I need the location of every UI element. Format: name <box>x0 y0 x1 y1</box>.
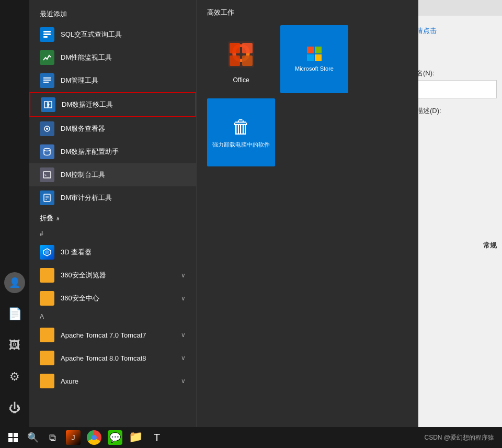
settings-icon-btn[interactable]: ⚙ <box>4 366 25 387</box>
documents-icon-btn[interactable]: 📄 <box>4 304 25 324</box>
start-button[interactable] <box>3 427 24 448</box>
taskbar-typora[interactable]: T <box>146 427 167 448</box>
search-button[interactable]: 🔍 <box>24 429 42 447</box>
svg-rect-24 <box>242 55 253 66</box>
alpha-a: A <box>29 310 196 323</box>
recently-added-title: 最近添加 <box>29 5 196 23</box>
power-icon: ⏻ <box>9 401 20 415</box>
3d-viewer-icon <box>40 245 54 260</box>
apache7-icon <box>40 328 54 342</box>
document-icon: 📄 <box>8 307 22 321</box>
apache8-arrow-icon: ∨ <box>181 354 186 362</box>
manage-tool-icon <box>40 73 54 88</box>
taskbar: 🔍 ⧉ J 💬 📁 T CSDN @爱幻想的程序猿 <box>0 427 502 448</box>
app-item-perf-tool[interactable]: DM性能监视工具 <box>29 46 196 69</box>
sql-tool-icon <box>40 27 54 42</box>
app-item-console-tool[interactable]: >_ DM控制台工具 <box>29 163 196 186</box>
app-item-360browser[interactable]: 360安全浏览器 ∨ <box>29 264 196 287</box>
fold-arrow-icon: ∧ <box>56 216 60 221</box>
db-config-label: DM数据库配置助手 <box>61 147 186 156</box>
taskbar-explorer[interactable]: 📁 <box>126 427 146 448</box>
svg-rect-0 <box>43 31 51 32</box>
svg-rect-3 <box>43 77 51 79</box>
perf-tool-label: DM性能监视工具 <box>61 53 186 62</box>
svg-rect-21 <box>230 43 240 53</box>
console-tool-label: DM控制台工具 <box>61 170 186 180</box>
svc-viewer-label: DM服务查看器 <box>61 124 186 133</box>
taskbar-wechat[interactable]: 💬 <box>105 427 126 448</box>
app-item-sql-tool[interactable]: SQL交互式查询工具 <box>29 23 196 46</box>
app-item-apache7[interactable]: Apache Tomcat 7.0 Tomcat7 ∨ <box>29 323 196 346</box>
app-item-audit-tool[interactable]: DM审计分析工具 <box>29 186 196 209</box>
svg-marker-18 <box>45 250 49 254</box>
tiles-panel: 高效工作 O <box>197 0 418 429</box>
efficiency-title: 高效工作 <box>207 8 408 17</box>
app-item-svc-viewer[interactable]: DM服务查看器 <box>29 117 196 140</box>
svg-rect-1 <box>43 33 51 35</box>
sql-tool-label: SQL交互式查询工具 <box>61 30 186 39</box>
audit-tool-icon <box>40 191 54 205</box>
svc-viewer-icon <box>40 121 54 136</box>
user-icon: 👤 <box>9 277 20 288</box>
app-item-axure[interactable]: Axure ∨ <box>29 369 196 393</box>
migrate-tool-label: DM数据迁移工具 <box>62 100 185 109</box>
svg-point-10 <box>44 149 50 151</box>
360browser-icon <box>40 268 54 283</box>
app-item-db-config[interactable]: DM数据库配置助手 <box>29 140 196 163</box>
chrome-icon <box>87 430 101 445</box>
ms-store-tile-label: Microsoft Store <box>295 65 334 72</box>
fold-label: 折叠 <box>40 214 53 223</box>
app-item-360safe[interactable]: 360安全中心 ∨ <box>29 287 196 310</box>
office-tile-label: Office <box>233 76 249 84</box>
pictures-icon-btn[interactable]: 🖼 <box>4 335 25 356</box>
360safe-label: 360安全中心 <box>61 294 181 303</box>
console-tool-icon: >_ <box>40 167 54 182</box>
office-logo-icon: O <box>225 39 257 70</box>
svg-rect-5 <box>43 82 49 83</box>
tiles-row-1: O Office <box>207 25 408 93</box>
audit-tool-label: DM审计分析工具 <box>61 193 186 203</box>
taskbar-jetbrains[interactable]: J <box>63 427 84 448</box>
app-item-3d-viewer[interactable]: 3D 查看器 <box>29 241 196 264</box>
ms-store-icon <box>307 47 322 61</box>
app-item-apache8[interactable]: Apache Tomcat 8.0 Tomcat8 ∨ <box>29 346 196 369</box>
360safe-icon <box>40 291 54 306</box>
sidebar: 👤 📄 🖼 ⚙ ⏻ <box>0 0 29 429</box>
taskbar-chrome[interactable] <box>84 427 105 448</box>
tile-ms-store[interactable]: Microsoft Store <box>280 25 348 93</box>
normal-tab: 常规 <box>483 241 497 250</box>
uninstall-icon: 🗑 <box>232 116 250 138</box>
app-item-migrate-tool[interactable]: DM数据迁移工具 <box>29 92 196 117</box>
fold-section[interactable]: 折叠 ∧ <box>29 209 196 227</box>
db-config-icon <box>40 144 54 159</box>
typora-icon: T <box>154 432 160 444</box>
uninstall-tile-label: 强力卸载电脑中的软件 <box>212 141 270 148</box>
svg-text:>_: >_ <box>44 173 49 177</box>
manage-tool-label: DM管理工具 <box>61 76 186 85</box>
task-view-button[interactable]: ⧉ <box>42 427 63 448</box>
perf-tool-icon <box>40 50 54 65</box>
power-icon-btn[interactable]: ⏻ <box>4 398 25 419</box>
tile-office[interactable]: O Office <box>207 25 275 93</box>
app-list-panel: 最近添加 SQL交互式查询工具 DM性能监视工具 <box>29 0 197 429</box>
windows-icon <box>8 433 18 442</box>
axure-label: Axure <box>61 377 181 385</box>
360browser-arrow-icon: ∨ <box>181 272 186 279</box>
apache7-arrow-icon: ∨ <box>181 331 186 339</box>
folder-icon: 📁 <box>129 430 143 445</box>
taskbar-right-text: CSDN @爱幻想的程序猿 <box>424 433 499 442</box>
wechat-icon: 💬 <box>108 430 122 445</box>
360browser-label: 360安全浏览器 <box>61 271 181 280</box>
apache7-label: Apache Tomcat 7.0 Tomcat7 <box>61 331 181 339</box>
svg-rect-22 <box>242 43 253 53</box>
start-menu: 👤 📄 🖼 ⚙ ⏻ 最近添加 SQL交互式查询工具 <box>0 0 418 429</box>
axure-icon <box>40 374 54 388</box>
office-tile-icon-wrap: O <box>222 35 261 74</box>
svg-rect-2 <box>43 36 48 38</box>
gear-icon: ⚙ <box>9 370 20 384</box>
tile-uninstall[interactable]: 🗑 强力卸载电脑中的软件 <box>207 98 275 166</box>
user-avatar[interactable]: 👤 <box>4 272 25 293</box>
3d-viewer-label: 3D 查看器 <box>61 248 186 257</box>
app-item-manage-tool[interactable]: DM管理工具 <box>29 69 196 92</box>
svg-rect-4 <box>43 80 51 81</box>
